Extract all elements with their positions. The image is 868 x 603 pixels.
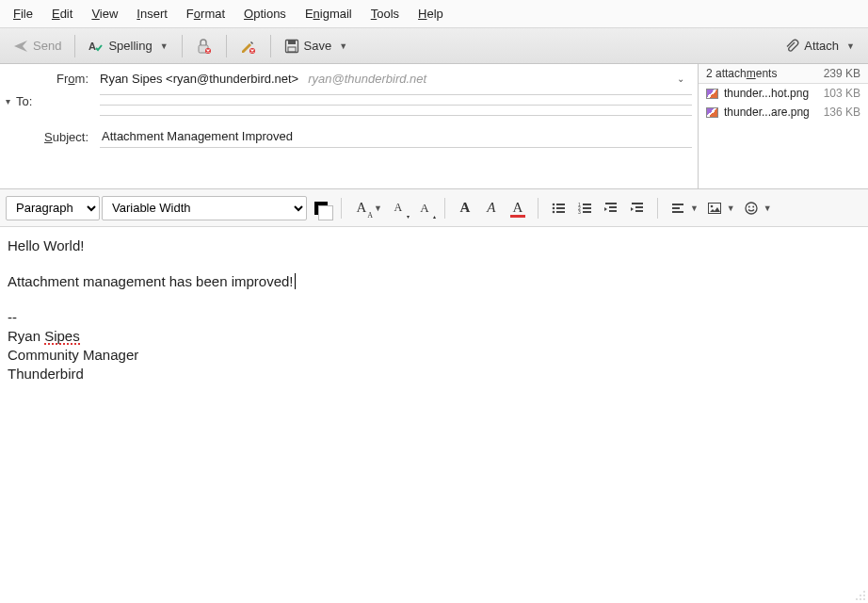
to-field[interactable] (100, 94, 692, 95)
lock-icon (196, 38, 213, 55)
attachments-count: 2 attachments (706, 67, 777, 80)
svg-rect-26 (672, 207, 680, 209)
attachment-item[interactable]: thunder...hot.png 103 KB (699, 84, 868, 103)
outdent-button[interactable] (599, 196, 623, 220)
chevron-down-icon[interactable]: ▼ (690, 204, 699, 213)
menu-tools[interactable]: Tools (362, 3, 409, 24)
align-icon (670, 201, 685, 216)
menu-format[interactable]: Format (177, 3, 234, 24)
menu-enigmail[interactable]: Enigmail (296, 3, 362, 24)
menu-insert[interactable]: Insert (127, 3, 177, 24)
signature-dashes: -- (8, 308, 860, 327)
svg-point-36 (856, 598, 858, 600)
spellcheck-icon: A (88, 39, 104, 54)
svg-point-8 (553, 206, 555, 209)
bold-button[interactable]: A (453, 196, 477, 220)
bullet-list-button[interactable] (546, 196, 571, 220)
security-lock-button[interactable] (188, 34, 220, 58)
image-icon (706, 107, 718, 118)
svg-rect-11 (556, 207, 565, 209)
attach-button[interactable]: Attach ▼ (777, 35, 862, 57)
message-body[interactable]: Hello World! Attachment management has b… (0, 227, 868, 603)
from-row: From: Ryan Sipes <ryan@thunderbird.net> … (0, 66, 698, 90)
italic-button[interactable]: A (479, 196, 504, 220)
numbered-list-button[interactable]: 123 (572, 196, 597, 220)
chevron-down-icon[interactable]: ▼ (374, 204, 382, 213)
svg-point-31 (748, 205, 750, 207)
attachments-header[interactable]: 2 attachments 239 KB (699, 64, 868, 83)
resize-grip-icon[interactable] (853, 588, 866, 601)
separator (270, 35, 271, 57)
spell-error: Sipes (44, 329, 80, 345)
to-label: ▾To: (6, 94, 100, 108)
from-label: From: (6, 72, 100, 86)
to-field-extra[interactable] (100, 105, 692, 106)
font-size-larger-button[interactable]: A▴ (412, 196, 437, 220)
from-dropdown-icon[interactable]: ⌄ (677, 73, 692, 84)
attachment-name: thunder...are.png (724, 106, 810, 119)
to-row: ▾To: (0, 90, 698, 118)
chevron-down-icon[interactable]: ▼ (339, 41, 347, 51)
to-field-extra[interactable] (100, 115, 692, 116)
menu-file[interactable]: File (4, 3, 42, 24)
menu-options[interactable]: Options (234, 3, 296, 24)
attachments-total-size: 239 KB (824, 67, 860, 80)
svg-rect-17 (583, 207, 591, 209)
indent-button[interactable] (625, 196, 650, 220)
menu-bar: File Edit View Insert Format Options Eni… (0, 0, 868, 28)
svg-point-35 (863, 595, 865, 596)
spelling-button[interactable]: A Spelling ▼ (81, 35, 175, 57)
svg-rect-10 (556, 204, 565, 205)
subject-row: Subject: Attachment Management Improved (0, 123, 698, 150)
chevron-down-icon[interactable]: ▼ (846, 41, 855, 51)
font-family-select[interactable]: Variable Width (102, 196, 307, 220)
align-button[interactable] (666, 196, 690, 220)
numbered-list-icon: 123 (577, 201, 592, 216)
recipient-type-dropdown[interactable]: ▾To: (6, 94, 88, 108)
save-icon (284, 39, 299, 54)
format-toolbar: Paragraph Variable Width AA▼ A▾ A▴ A A A… (0, 189, 868, 227)
svg-text:3: 3 (578, 209, 581, 215)
separator (182, 35, 183, 57)
svg-point-30 (746, 203, 757, 214)
underline-button[interactable]: A (506, 196, 530, 220)
paragraph-style-select[interactable]: Paragraph (6, 196, 100, 220)
separator (74, 35, 75, 57)
separator (444, 198, 445, 219)
menu-edit[interactable]: Edit (42, 3, 82, 24)
svg-rect-18 (583, 211, 591, 213)
text-color-button[interactable] (309, 196, 333, 220)
attachments-panel: 2 attachments 239 KB thunder...hot.png 1… (699, 64, 868, 188)
svg-point-9 (553, 210, 555, 213)
body-line: Hello World! (8, 236, 860, 255)
font-size-smaller-button[interactable]: A▾ (386, 196, 410, 220)
save-button[interactable]: Save ▼ (277, 35, 356, 57)
menu-help[interactable]: Help (409, 3, 453, 24)
svg-point-38 (863, 598, 865, 600)
save-label: Save (304, 39, 332, 53)
text-cursor (295, 273, 296, 289)
send-label: Send (33, 39, 61, 53)
separator (226, 35, 227, 57)
send-icon (13, 39, 28, 54)
chevron-down-icon[interactable]: ▼ (727, 204, 735, 213)
compose-header: From: Ryan Sipes <ryan@thunderbird.net> … (0, 64, 868, 189)
subject-label: Subject: (6, 130, 100, 144)
attachment-item[interactable]: thunder...are.png 136 KB (699, 103, 868, 122)
chevron-down-icon[interactable]: ▼ (764, 204, 772, 213)
subject-field[interactable]: Attachment Management Improved (100, 125, 692, 148)
insert-emoji-button[interactable] (739, 196, 764, 220)
font-size-button[interactable]: AA (349, 196, 374, 220)
smiley-icon (744, 201, 759, 216)
color-swatch-icon (314, 202, 328, 215)
main-toolbar: Send A Spelling ▼ Save ▼ Attach ▼ (0, 28, 868, 64)
chevron-down-icon[interactable]: ▼ (160, 41, 169, 51)
insert-image-button[interactable] (702, 196, 727, 220)
signing-button[interactable] (233, 34, 265, 58)
svg-point-29 (711, 204, 714, 207)
send-button[interactable]: Send (6, 35, 69, 57)
menu-view[interactable]: View (82, 3, 127, 24)
from-identity-picker[interactable]: Ryan Sipes <ryan@thunderbird.net> ryan@t… (100, 72, 677, 86)
attachment-name: thunder...hot.png (724, 87, 809, 100)
svg-text:A: A (88, 41, 96, 52)
